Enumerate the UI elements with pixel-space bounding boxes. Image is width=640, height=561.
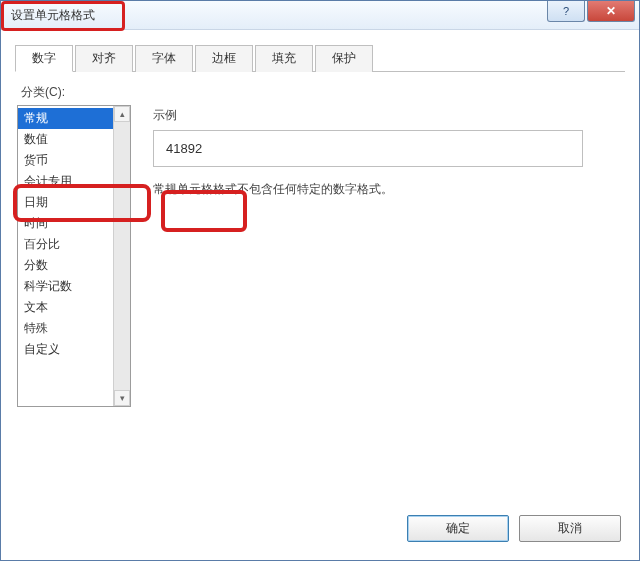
scroll-down-icon[interactable]: ▾ <box>114 390 130 406</box>
dialog-body: 分类(C): 常规 数值 货币 会计专用 日期 时间 百分比 分数 科学记数 文… <box>1 72 639 407</box>
scroll-up-icon[interactable]: ▴ <box>114 106 130 122</box>
category-label: 分类(C): <box>21 84 623 101</box>
tab-strip: 数字 对齐 字体 边框 填充 保护 <box>15 44 625 72</box>
tab-border[interactable]: 边框 <box>195 45 253 72</box>
tab-align[interactable]: 对齐 <box>75 45 133 72</box>
preview-box: 41892 <box>153 130 583 167</box>
tab-fill[interactable]: 填充 <box>255 45 313 72</box>
category-listbox[interactable]: 常规 数值 货币 会计专用 日期 时间 百分比 分数 科学记数 文本 特殊 自定… <box>17 105 131 407</box>
content-layout: 常规 数值 货币 会计专用 日期 时间 百分比 分数 科学记数 文本 特殊 自定… <box>17 105 623 407</box>
tab-number[interactable]: 数字 <box>15 45 73 72</box>
scroll-track[interactable] <box>114 122 130 390</box>
preview-value: 41892 <box>166 141 202 156</box>
cancel-button[interactable]: 取消 <box>519 515 621 542</box>
title-bar: 设置单元格格式 ? ✕ <box>1 1 639 30</box>
preview-label: 示例 <box>153 107 623 124</box>
help-icon: ? <box>563 5 569 17</box>
listbox-scrollbar[interactable]: ▴ ▾ <box>113 106 130 406</box>
close-icon: ✕ <box>606 4 616 18</box>
close-button[interactable]: ✕ <box>587 1 635 22</box>
dialog-footer: 确定 取消 <box>397 515 621 542</box>
window-title: 设置单元格格式 <box>5 5 101 26</box>
format-description: 常规单元格格式不包含任何特定的数字格式。 <box>153 181 623 198</box>
dialog-window: 设置单元格格式 ? ✕ 数字 对齐 字体 边框 填充 保护 分类(C): 常规 … <box>0 0 640 561</box>
tab-protect[interactable]: 保护 <box>315 45 373 72</box>
ok-button[interactable]: 确定 <box>407 515 509 542</box>
right-pane: 示例 41892 常规单元格格式不包含任何特定的数字格式。 <box>131 105 623 407</box>
help-button[interactable]: ? <box>547 1 585 22</box>
window-buttons: ? ✕ <box>545 1 635 22</box>
tab-font[interactable]: 字体 <box>135 45 193 72</box>
